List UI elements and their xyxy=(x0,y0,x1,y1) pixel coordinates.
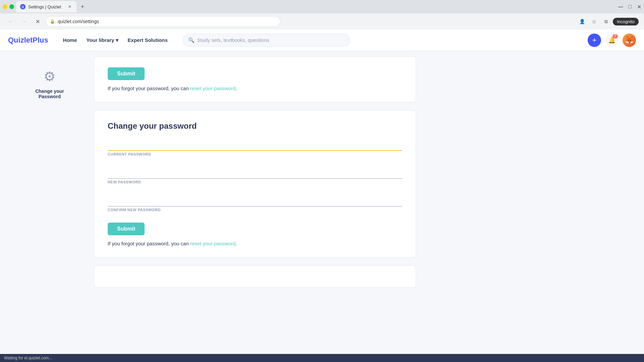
avatar[interactable]: 🦊 xyxy=(623,34,636,47)
create-button[interactable]: + xyxy=(588,34,601,47)
search-icon: 🔍 xyxy=(188,37,195,43)
new-password-field: NEW PASSWORD xyxy=(108,167,402,184)
confirm-password-field: CONFIRM NEW PASSWORD xyxy=(108,195,402,212)
sidebar-label: Change your Password xyxy=(35,88,64,99)
forward-button[interactable]: → xyxy=(19,16,30,27)
browser-tab-active[interactable]: Q Settings | Quizlet ✕ xyxy=(16,1,76,12)
browser-title-bar: Q Settings | Quizlet ✕ + ─ □ ✕ xyxy=(0,0,644,13)
current-password-input[interactable] xyxy=(108,139,402,151)
status-bar: Waiting for el.quizlet.com... xyxy=(0,354,644,362)
top-section-card: Submit If you forgot your password, you … xyxy=(94,56,416,102)
header-right: + 🔔 7 🦊 xyxy=(588,34,636,47)
new-tab-button[interactable]: + xyxy=(78,2,87,11)
window-minimize-btn[interactable]: ─ xyxy=(618,3,623,11)
reload-button[interactable]: ✕ xyxy=(32,16,43,27)
current-password-label: CURRENT PASSWORD xyxy=(108,152,402,156)
search-placeholder: Study sets, textbooks, questions xyxy=(197,37,269,43)
notification-badge: 7 xyxy=(612,34,618,39)
current-password-field: CURRENT PASSWORD xyxy=(108,139,402,156)
browser-chrome: Q Settings | Quizlet ✕ + ─ □ ✕ ← → ✕ 🔒 q… xyxy=(0,0,644,29)
window-maximize[interactable] xyxy=(9,4,14,9)
browser-right-icons: 👤 ☆ ⧉ Incognito xyxy=(577,16,639,27)
confirm-password-input[interactable] xyxy=(108,195,402,206)
new-password-label: NEW PASSWORD xyxy=(108,180,402,184)
sidebar: ⚙ Change your Password xyxy=(0,51,94,362)
notifications-button[interactable]: 🔔 7 xyxy=(605,34,619,47)
search-bar[interactable]: 🔍 Study sets, textbooks, questions xyxy=(182,34,350,47)
address-text: quizlet.com/settings xyxy=(58,19,99,24)
window-close-btn[interactable]: ✕ xyxy=(637,4,641,10)
confirm-password-label: CONFIRM NEW PASSWORD xyxy=(108,208,402,212)
main-content: Submit If you forgot your password, you … xyxy=(94,51,429,362)
app-header: QuizletPlus Home Your library ▾ Expert S… xyxy=(0,29,644,51)
bookmark-icon[interactable]: ☆ xyxy=(589,16,599,27)
back-button[interactable]: ← xyxy=(5,16,16,27)
address-bar[interactable]: 🔒 quizlet.com/settings xyxy=(46,16,280,27)
window-minimize[interactable] xyxy=(3,4,7,9)
gear-icon: ⚙ xyxy=(40,67,59,86)
top-reset-password-link[interactable]: reset your password xyxy=(190,85,235,91)
section-title: Change your password xyxy=(108,121,402,131)
page-content: ⚙ Change your Password Submit If you for… xyxy=(0,51,644,362)
tab-favicon: Q xyxy=(20,4,25,9)
top-submit-button[interactable]: Submit xyxy=(108,67,145,80)
tab-title: Settings | Quizlet xyxy=(28,4,61,9)
profile-icon[interactable]: 👤 xyxy=(577,16,587,27)
tab-close-button[interactable]: ✕ xyxy=(67,4,72,9)
sidebar-change-password: ⚙ Change your Password xyxy=(35,67,64,99)
main-nav: Home Your library ▾ Expert Solutions xyxy=(59,35,172,46)
extensions-icon[interactable]: ⧉ xyxy=(601,16,611,27)
nav-home[interactable]: Home xyxy=(59,35,81,46)
nav-expert-solutions[interactable]: Expert Solutions xyxy=(124,35,172,46)
new-password-input[interactable] xyxy=(108,167,402,179)
window-restore-btn[interactable]: □ xyxy=(628,4,632,10)
browser-nav-bar: ← → ✕ 🔒 quizlet.com/settings 👤 ☆ ⧉ Incog… xyxy=(0,13,644,29)
reset-password-link[interactable]: reset your password xyxy=(190,241,235,246)
forgot-password-text: If you forgot your password, you can res… xyxy=(108,241,402,246)
submit-button[interactable]: Submit xyxy=(108,223,145,235)
nav-library[interactable]: Your library ▾ xyxy=(82,35,122,46)
status-text: Waiting for el.quizlet.com... xyxy=(4,356,52,360)
lock-icon: 🔒 xyxy=(50,19,55,24)
change-password-section: Change your password CURRENT PASSWORD NE… xyxy=(94,110,416,257)
app-logo[interactable]: QuizletPlus xyxy=(8,36,48,45)
next-section-card xyxy=(94,265,416,288)
top-forgot-text: If you forgot your password, you can res… xyxy=(108,85,402,91)
incognito-button[interactable]: Incognito xyxy=(613,18,639,25)
